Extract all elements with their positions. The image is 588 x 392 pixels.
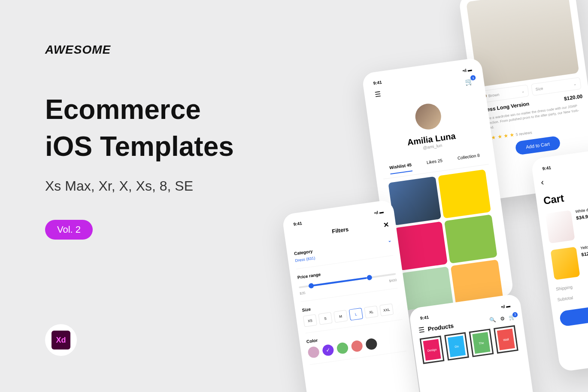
volume-badge: Vol. 2 (45, 220, 93, 240)
grid-item[interactable] (444, 214, 497, 263)
brand-logo: AWESOME (45, 43, 260, 57)
subtitle: Xs Max, Xr, X, Xs, 8, SE (45, 178, 260, 194)
grid-item[interactable] (394, 222, 448, 270)
color-swatch[interactable] (365, 338, 378, 350)
tab-collection[interactable]: Collection 8 (457, 153, 481, 165)
close-icon[interactable]: ✕ (383, 220, 390, 229)
product-price: $120.00 (564, 93, 583, 102)
cart-screen: 9:41•ıl ▬ ‹⋮ Cart3 items White dress wit… (531, 143, 588, 372)
size-m[interactable]: M (333, 310, 348, 323)
tab-likes[interactable]: Likes 25 (426, 158, 443, 169)
avatar[interactable] (414, 102, 443, 131)
product-image (466, 0, 579, 87)
cart-icon[interactable]: 🛒 (464, 77, 474, 86)
product-frame[interactable]: On (444, 332, 469, 360)
back-icon[interactable]: ‹ (540, 177, 545, 188)
xd-badge: Xd (45, 324, 77, 356)
products-screen: 9:41•ıl ▬ ☰Products 🔍⚙🛒 Design On The Wa… (409, 293, 536, 392)
checkout-button[interactable]: Checkout (559, 297, 588, 327)
color-swatch[interactable]: ✓ (322, 344, 334, 356)
color-swatch[interactable] (351, 340, 363, 352)
grid-item[interactable] (438, 169, 491, 218)
size-xxl[interactable]: XXL (379, 304, 394, 316)
chevron-down-icon[interactable]: ⌄ (387, 238, 391, 243)
filter-icon[interactable]: ⚙ (500, 315, 505, 322)
cart-item[interactable]: Yellow long dress Andromeda (XS)$128.98 … (550, 236, 588, 280)
product-frame[interactable]: Design (420, 336, 445, 364)
size-selector[interactable]: Size⌄ (531, 77, 582, 96)
size-l[interactable]: L (349, 308, 363, 321)
menu-icon[interactable]: ☰ (418, 325, 425, 334)
cart-title: Cart (543, 192, 564, 207)
tab-wishlist[interactable]: Wishlist 45 (389, 162, 412, 174)
size-s[interactable]: S (318, 312, 332, 325)
color-swatch[interactable] (336, 342, 349, 354)
cart-icon[interactable]: 🛒 (509, 314, 516, 321)
product-frame[interactable]: The (469, 328, 494, 357)
size-xs[interactable]: XS (303, 314, 317, 327)
search-icon[interactable]: 🔍 (489, 316, 496, 323)
color-swatch[interactable] (307, 346, 320, 359)
product-frame[interactable]: Wall (494, 325, 518, 353)
grid-item[interactable] (388, 176, 441, 225)
page-title: EcommerceiOS Templates (45, 91, 260, 165)
add-to-cart-button[interactable]: Add to Cart (515, 135, 561, 155)
menu-icon[interactable]: ☰ (374, 90, 382, 99)
size-xl[interactable]: XL (364, 306, 378, 319)
